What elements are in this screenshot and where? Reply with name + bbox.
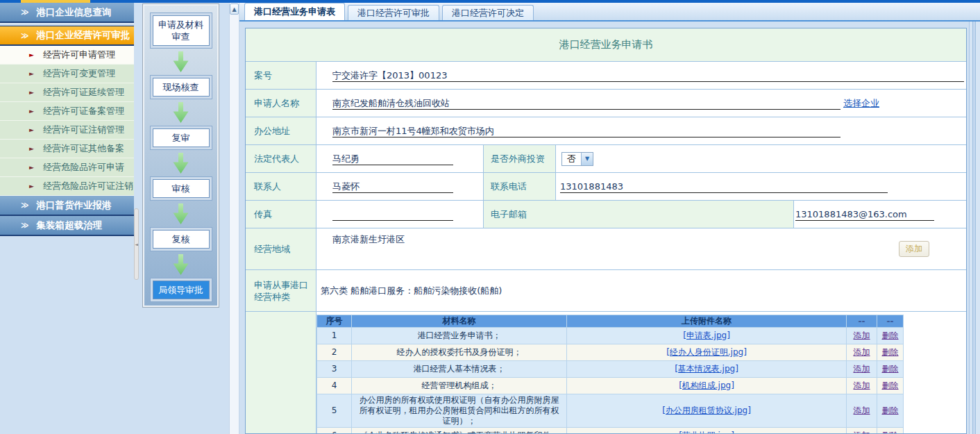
business-category-value: 第六类 船舶港口服务：船舶污染物接收(船舶) [321,285,502,297]
add-link[interactable]: 添加 [854,331,870,340]
flow-step-bureau-leader-approval[interactable]: 局领导审批 [153,281,210,299]
flow-step-material-review[interactable]: 申请及材料审查 [153,15,210,46]
sidebar-subitem-label: 经营许可证其他备案 [43,142,124,155]
sidebar-item-port-enterprise-info-query[interactable]: ≫ 港口企业信息查询 [0,3,134,23]
contact-label: 联系人 [246,173,316,200]
row-attachments: 序号 材料名称 上传附件名称 -- -- 1 港口经营业务申请书； [申请表.j… [246,312,966,434]
sidebar-splitter[interactable]: ◄ [134,208,139,280]
flow-step-audit[interactable]: 审核 [153,179,210,198]
applicant-name-input[interactable]: 南京纪发船舶清仓残油回收站 [332,97,840,110]
sidebar-subitem-dangerous-goods-cancel[interactable]: ► 经营危险品许可证注销 [0,177,134,196]
region-add-button[interactable]: 添加 [899,241,929,257]
tab-license-decision[interactable]: 港口经营许可决定 [442,5,534,20]
delete-link[interactable]: 删除 [882,381,899,390]
business-region-label: 经营地域 [246,228,316,269]
attachment-file-link[interactable]: [经办人身份证明.jpg] [666,347,747,357]
sidebar-item-label: 港口企业经营许可审批 [37,29,130,42]
foreign-invest-select[interactable]: 否 ▼ [561,152,593,166]
add-link[interactable]: 添加 [854,381,870,390]
attachment-file-link[interactable]: [申请表.jpg] [683,331,730,340]
row-no: 2 [317,344,352,361]
material-name: 经办人的授权委托书及身份证明； [352,344,567,361]
row-business-category: 申请从事港口经营种类 第六类 船舶港口服务：船舶污染物接收(船舶) [246,270,966,312]
row-no: 5 [317,394,352,428]
sidebar-subitem-label: 经营许可变更管理 [43,67,115,80]
foreign-invest-label: 是否外商投资 [483,145,556,172]
table-row: 3 港口经营人基本情况表； [基本情况表.jpg] 添加 删除 [317,361,904,378]
foreign-invest-value: 否 [562,153,581,165]
add-link[interactable]: 添加 [854,347,870,357]
arrow-down-icon [174,254,189,275]
tab-strip: 港口经营业务申请表 港口经营许可审批 港口经营许可决定 [239,3,980,22]
attachments-header-row: 序号 材料名称 上传附件名称 -- -- [317,315,904,328]
add-link[interactable]: 添加 [854,431,870,434]
scroll-up-button[interactable]: ▲ [230,3,239,15]
phone-input[interactable]: 13101881483 [560,180,888,193]
business-region-value: 南京港新生圩港区 [332,233,405,246]
double-chevron-icon: ≫ [21,201,29,210]
select-company-link[interactable]: 选择企业 [843,97,879,110]
tab-business-application-form[interactable]: 港口经营业务申请表 [244,3,345,20]
case-no-input[interactable]: 宁交港许字【2013】00123 [332,69,964,82]
delete-link[interactable]: 删除 [882,331,899,340]
arrow-down-icon [174,203,189,224]
office-address-input[interactable]: 南京市新河一村11号4幢郑和农贸市场内 [332,124,840,137]
double-chevron-icon: ≫ [21,221,29,230]
sidebar-subitem-dangerous-goods-apply[interactable]: ► 经营危险品许可申请 [0,158,134,177]
row-business-region: 经营地域 南京港新生圩港区 添加 [246,228,966,270]
sidebar-subitem-license-record-manage[interactable]: ► 经营许可证备案管理 [0,102,134,121]
flow-step-recheck[interactable]: 复核 [153,230,210,249]
col-header-material-name: 材料名称 [352,315,567,328]
arrow-right-icon: ► [29,183,34,190]
col-header-file-name: 上传附件名称 [567,315,847,328]
attachments-label [246,312,316,434]
app-window: ≫ 港口企业信息查询 ≫ 港口企业经营许可审批 ► 经营许可申请管理 ► 经营许… [0,0,980,434]
main-vertical-scrollbar[interactable]: ▲ [229,3,239,434]
approval-flowchart: 申请及材料审查 现场核查 复审 审核 复核 局领导审批 [142,3,219,308]
material-name: 办公用房的所有权或使用权证明（自有办公用房附房屋所有权证明，租用办公房附租赁合同… [352,394,567,428]
add-link[interactable]: 添加 [854,406,870,415]
flow-step-site-check[interactable]: 现场核查 [153,78,210,97]
sidebar-item-label: 集装箱超载治理 [37,219,103,232]
attachment-file-link[interactable]: [营业执照.jpg] [679,431,734,434]
table-row: 6 《企业名称预先核准通知书》或工商营业执照复印件； [营业执照.jpg] 添加… [317,428,904,434]
material-name: 港口经营人基本情况表； [352,361,567,378]
arrow-right-icon: ► [29,108,34,115]
fax-input[interactable] [332,208,453,221]
row-applicant-name: 申请人名称 南京纪发船舶清仓残油回收站 选择企业 [246,90,966,117]
sidebar-subitem-label: 经营许可申请管理 [43,49,115,61]
flow-step-re-review[interactable]: 复审 [153,128,210,147]
sidebar-subitem-license-other-record[interactable]: ► 经营许可证其他备案 [0,140,134,158]
sidebar-subitem-license-change-manage[interactable]: ► 经营许可变更管理 [0,65,134,83]
email-input[interactable]: 13101881483@163.com [795,208,934,221]
delete-link[interactable]: 删除 [882,406,899,415]
attachment-file-link[interactable]: [办公用房租赁协议.jpg] [662,406,751,415]
sidebar-item-container-overload[interactable]: ≫ 集装箱超载治理 [0,216,134,236]
business-category-label: 申请从事港口经营种类 [246,270,316,311]
chevron-down-icon: ▼ [581,153,593,165]
contact-input[interactable]: 马菱怀 [332,180,453,193]
sidebar-item-label: 港口企业信息查询 [37,6,112,19]
sidebar-subitem-label: 经营危险品许可申请 [43,161,124,174]
delete-link[interactable]: 删除 [882,431,899,434]
double-chevron-icon: ≫ [21,8,29,17]
delete-link[interactable]: 删除 [882,364,899,374]
sidebar-subitem-license-renew-manage[interactable]: ► 经营许可证延续管理 [0,83,134,102]
sidebar-subitem-license-cancel-manage[interactable]: ► 经营许可证注销管理 [0,121,134,140]
row-no: 1 [317,328,352,344]
sidebar-subitem-license-apply-manage[interactable]: ► 经营许可申请管理 [0,46,134,65]
legal-rep-input[interactable]: 马纪勇 [332,152,453,165]
row-no: 3 [317,361,352,378]
sidebar-item-general-cargo-report[interactable]: ≫ 港口普货作业报港 [0,196,134,216]
sidebar-menu: ≫ 港口企业信息查询 ≫ 港口企业经营许可审批 ► 经营许可申请管理 ► 经营许… [0,3,134,434]
tab-license-approval[interactable]: 港口经营许可审批 [348,5,439,20]
add-link[interactable]: 添加 [854,364,870,374]
attachment-file-link[interactable]: [基本情况表.jpg] [675,364,738,374]
application-form: 港口经营业务申请书 案号 宁交港许字【2013】00123 申请人名称 南京纪发… [245,28,967,434]
attachment-file-link[interactable]: [机构组成.jpg] [679,381,734,390]
fax-label: 传真 [246,201,316,228]
row-fax-email: 传真 电子邮箱 13101881483@163.com [246,201,966,228]
sidebar-item-port-license-approval[interactable]: ≫ 港口企业经营许可审批 [0,26,134,46]
delete-link[interactable]: 删除 [882,347,899,357]
arrow-right-icon: ► [29,89,34,96]
